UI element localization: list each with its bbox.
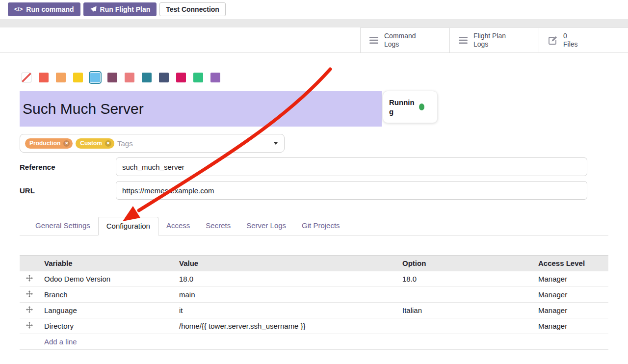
cell-value[interactable]: it — [174, 303, 397, 318]
cell-value[interactable]: 18.0 — [174, 271, 397, 287]
configuration-table: Variable Value Option Access Level Odoo … — [20, 255, 608, 350]
tab-general-settings[interactable]: General Settings — [27, 217, 98, 235]
list-icon — [369, 37, 378, 44]
status-button[interactable]: Running — [383, 91, 438, 123]
cell-option[interactable] — [397, 287, 533, 303]
reference-input[interactable] — [116, 157, 587, 176]
top-toolbar: </> Run command Run Flight Plan Test Con… — [0, 0, 628, 19]
run-command-label: Run command — [26, 5, 74, 13]
tag-label: Custom — [80, 140, 102, 146]
table-row: Odoo Demo Version 18.0 18.0 Manager — [20, 271, 608, 287]
status-dot-icon — [419, 104, 424, 110]
cell-variable[interactable]: Branch — [39, 287, 174, 303]
title-row: Such Much Server Running — [20, 91, 608, 127]
server-name-field[interactable]: Such Much Server — [20, 91, 382, 127]
cell-access[interactable]: Manager — [533, 303, 608, 318]
color-swatch-dark-purple[interactable] — [107, 73, 117, 82]
run-flight-plan-button[interactable]: Run Flight Plan — [83, 2, 157, 16]
add-line-row: Add a line — [20, 334, 608, 350]
drag-handle-icon[interactable] — [26, 275, 33, 282]
cell-variable[interactable]: Odoo Demo Version — [39, 271, 174, 287]
record-sheet: Such Much Server Running Production ✕ Cu… — [0, 73, 628, 350]
files-button[interactable]: 0 Files — [539, 28, 628, 52]
color-swatch-fuchsia[interactable] — [176, 73, 186, 82]
drag-handle-icon[interactable] — [26, 306, 33, 313]
url-label: URL — [20, 186, 116, 195]
tags-placeholder: Tags — [117, 139, 133, 148]
handle-column-header — [20, 256, 39, 271]
tab-git-projects[interactable]: Git Projects — [294, 217, 348, 235]
color-swatch-green[interactable] — [193, 73, 203, 82]
cell-access[interactable]: Manager — [533, 271, 608, 287]
color-swatch-none[interactable] — [22, 73, 31, 82]
tag-remove-icon[interactable]: ✕ — [63, 140, 70, 147]
cell-value[interactable]: /home/{{ tower.server.ssh_username }} — [174, 318, 397, 334]
cell-access[interactable]: Manager — [533, 318, 608, 334]
add-a-line-link[interactable]: Add a line — [44, 338, 77, 346]
stat-label: 0 Files — [563, 32, 578, 49]
table-row: Branch main Manager — [20, 287, 608, 303]
caret-down-icon[interactable] — [274, 142, 278, 145]
tag-custom[interactable]: Custom ✕ — [76, 138, 114, 149]
table-header-row: Variable Value Option Access Level — [20, 256, 608, 271]
reference-row: Reference — [20, 157, 608, 176]
column-header-access-level: Access Level — [533, 256, 608, 271]
tag-remove-icon[interactable]: ✕ — [105, 140, 111, 147]
stat-label: Command Logs — [384, 32, 416, 49]
breadcrumb-strip — [0, 19, 628, 27]
tab-configuration[interactable]: Configuration — [98, 217, 158, 235]
test-connection-label: Test Connection — [166, 5, 219, 13]
reference-label: Reference — [20, 163, 116, 171]
stat-buttons: Command Logs Flight Plan Logs 0 Files — [360, 27, 628, 52]
column-header-option: Option — [397, 256, 533, 271]
notebook-tabs: General Settings Configuration Access Se… — [20, 217, 608, 235]
color-swatch-dark-blue[interactable] — [159, 73, 169, 82]
status-label: Running — [389, 98, 415, 117]
url-row: URL — [20, 181, 608, 200]
column-header-variable: Variable — [39, 256, 174, 271]
cell-variable[interactable]: Directory — [39, 318, 174, 334]
run-flight-plan-label: Run Flight Plan — [100, 5, 151, 13]
color-swatch-red[interactable] — [39, 73, 49, 82]
cell-variable[interactable]: Language — [39, 303, 174, 318]
code-icon: </> — [14, 6, 23, 13]
flight-plan-logs-button[interactable]: Flight Plan Logs — [449, 28, 539, 52]
color-swatch-orange[interactable] — [56, 73, 66, 82]
edit-square-icon — [548, 36, 557, 45]
tab-access[interactable]: Access — [158, 217, 198, 235]
color-swatch-yellow[interactable] — [73, 73, 83, 82]
cell-option[interactable]: Italian — [397, 303, 533, 318]
test-connection-button[interactable]: Test Connection — [159, 2, 226, 16]
color-swatch-purple[interactable] — [210, 73, 220, 82]
color-swatch-salmon[interactable] — [125, 73, 134, 82]
column-header-value: Value — [174, 256, 397, 271]
tab-server-logs[interactable]: Server Logs — [238, 217, 294, 235]
tag-label: Production — [29, 140, 60, 146]
cell-access[interactable]: Manager — [533, 287, 608, 303]
cell-option[interactable] — [397, 318, 533, 334]
tab-secrets[interactable]: Secrets — [198, 217, 238, 235]
color-swatch-teal[interactable] — [142, 73, 152, 82]
drag-handle-icon[interactable] — [26, 322, 33, 329]
header-bar: Command Logs Flight Plan Logs 0 Files — [0, 27, 628, 53]
table-row: Directory /home/{{ tower.server.ssh_user… — [20, 318, 608, 334]
stat-label: Flight Plan Logs — [473, 32, 506, 49]
url-input[interactable] — [116, 181, 587, 200]
list-icon — [459, 37, 468, 44]
tag-production[interactable]: Production ✕ — [25, 138, 73, 149]
drag-handle-icon[interactable] — [26, 290, 33, 297]
paper-plane-icon — [90, 6, 97, 13]
color-palette — [22, 73, 608, 82]
run-command-button[interactable]: </> Run command — [8, 2, 80, 16]
table-row: Language it Italian Manager — [20, 303, 608, 318]
cell-option[interactable]: 18.0 — [397, 271, 533, 287]
command-logs-button[interactable]: Command Logs — [360, 28, 449, 52]
color-swatch-light-blue[interactable] — [90, 73, 100, 82]
tags-field[interactable]: Production ✕ Custom ✕ Tags — [20, 134, 285, 153]
cell-value[interactable]: main — [174, 287, 397, 303]
